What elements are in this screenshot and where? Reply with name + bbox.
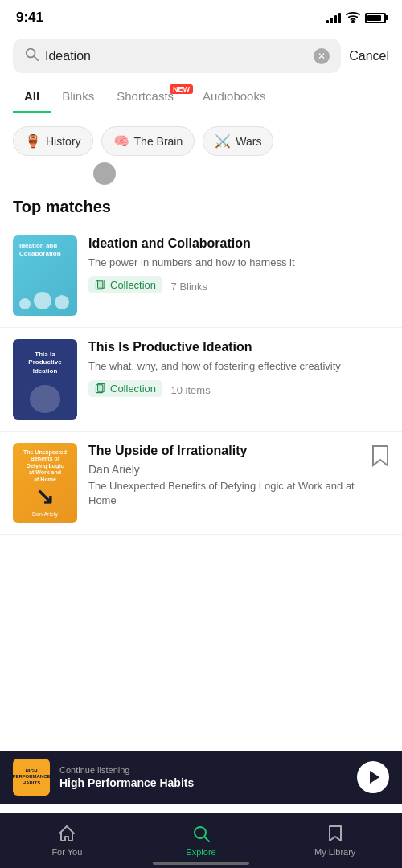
collection-count-ideation: 7 Blinks: [171, 280, 208, 293]
book-cover-productive: This Is ProductiveIdeation: [13, 339, 77, 420]
book-title-productive: This Is Productive Ideation: [88, 339, 389, 356]
play-icon: [370, 771, 379, 784]
recent-chip-brain[interactable]: 🧠 The Brain: [101, 126, 195, 156]
now-playing-label: Continue listening: [59, 765, 347, 775]
svg-line-2: [35, 57, 39, 61]
history-chip-icon: 🏺: [25, 133, 41, 149]
book-info-upside: The Upside of Irrationality Dan Ariely T…: [88, 443, 360, 514]
book-info-productive: This Is Productive Ideation The what, wh…: [88, 339, 389, 397]
nav-my-library[interactable]: My Library: [268, 813, 402, 860]
book-cover-upside: The UnexpectedBenefits ofDefying Logicat…: [13, 443, 77, 523]
brain-chip-icon: 🧠: [113, 133, 129, 149]
bottom-nav: For You Explore My Library: [0, 813, 402, 868]
recent-chip-wars[interactable]: ⚔️ Wars: [203, 126, 273, 156]
wifi-icon: [346, 11, 360, 25]
collection-badge-productive: Collection: [88, 380, 162, 397]
nav-my-library-label: My Library: [314, 847, 355, 857]
home-icon: [56, 823, 77, 844]
tabs-bar: All Blinks Shortcasts NEW Audiobooks: [0, 81, 402, 113]
nav-explore[interactable]: Explore: [134, 813, 269, 860]
book-title-ideation: Ideation and Collaboration: [88, 235, 389, 252]
collection-row-ideation: Collection 7 Blinks: [88, 276, 389, 294]
collection-row-productive: Collection 10 items: [88, 380, 389, 398]
result-item-ideation-collab[interactable]: Ideation andCollaboration Ideation and C…: [0, 224, 402, 328]
collection-badge-ideation: Collection: [88, 276, 162, 293]
explore-icon: [191, 823, 211, 844]
scroll-indicator: [93, 162, 116, 185]
play-button[interactable]: [357, 761, 389, 793]
svg-point-7: [195, 827, 206, 838]
clear-button[interactable]: ✕: [314, 48, 330, 64]
now-playing-cover: HIGH PERFORMANCE HABITS: [13, 759, 50, 796]
library-icon: [325, 823, 346, 844]
recent-chip-history-label: History: [46, 135, 81, 148]
collection-count-productive: 10 items: [171, 384, 211, 396]
book-cover-ideation: Ideation andCollaboration: [13, 235, 77, 316]
search-bar: ✕ Cancel: [0, 31, 402, 81]
status-bar: 9:41: [0, 0, 402, 31]
recent-chip-history[interactable]: 🏺 History: [13, 126, 93, 156]
search-input-wrapper[interactable]: ✕: [13, 39, 341, 73]
new-badge: NEW: [170, 84, 193, 94]
status-icons: [326, 11, 386, 25]
bookmark-container[interactable]: [371, 443, 389, 470]
result-item-productive[interactable]: This Is ProductiveIdeation This Is Produ…: [0, 328, 402, 432]
svg-rect-6: [98, 384, 105, 392]
search-icon: [24, 47, 39, 65]
book-title-upside: The Upside of Irrationality: [88, 443, 360, 460]
recent-chip-wars-label: Wars: [236, 135, 261, 148]
svg-rect-4: [98, 280, 105, 289]
status-time: 9:41: [16, 10, 43, 26]
bottom-handle: [153, 862, 249, 865]
svg-point-0: [352, 20, 354, 22]
tab-shortcasts[interactable]: Shortcasts NEW: [105, 81, 191, 113]
battery-icon: [365, 13, 386, 23]
wars-chip-icon: ⚔️: [215, 133, 231, 149]
book-subtitle-ideation: The power in numbers and how to harness …: [88, 256, 389, 270]
now-playing-info: Continue listening High Performance Habi…: [59, 765, 347, 789]
book-author-upside: Dan Ariely: [88, 463, 360, 476]
recent-searches: 🏺 History 🧠 The Brain ⚔️ Wars: [0, 113, 402, 162]
now-playing-title: High Performance Habits: [59, 776, 347, 789]
signal-icon: [326, 12, 341, 23]
tab-blinks[interactable]: Blinks: [51, 81, 105, 113]
result-item-upside[interactable]: The UnexpectedBenefits ofDefying Logicat…: [0, 432, 402, 535]
book-info-ideation: Ideation and Collaboration The power in …: [88, 235, 389, 293]
svg-point-1: [27, 49, 35, 58]
cancel-button[interactable]: Cancel: [349, 49, 389, 63]
nav-explore-label: Explore: [186, 847, 215, 857]
tab-all[interactable]: All: [13, 81, 51, 113]
tab-audiobooks[interactable]: Audiobooks: [191, 81, 277, 113]
now-playing-bar[interactable]: HIGH PERFORMANCE HABITS Continue listeni…: [0, 751, 402, 804]
book-subtitle-productive: The what, why, and how of fostering effe…: [88, 359, 389, 374]
nav-for-you[interactable]: For You: [0, 813, 134, 860]
section-heading: Top matches: [0, 193, 402, 224]
nav-for-you-label: For You: [51, 847, 82, 857]
recent-chip-brain-label: The Brain: [134, 135, 183, 148]
book-subtitle-upside: The Unexpected Benefits of Defying Logic…: [88, 479, 360, 508]
svg-line-8: [205, 837, 209, 841]
search-input[interactable]: [45, 49, 307, 63]
